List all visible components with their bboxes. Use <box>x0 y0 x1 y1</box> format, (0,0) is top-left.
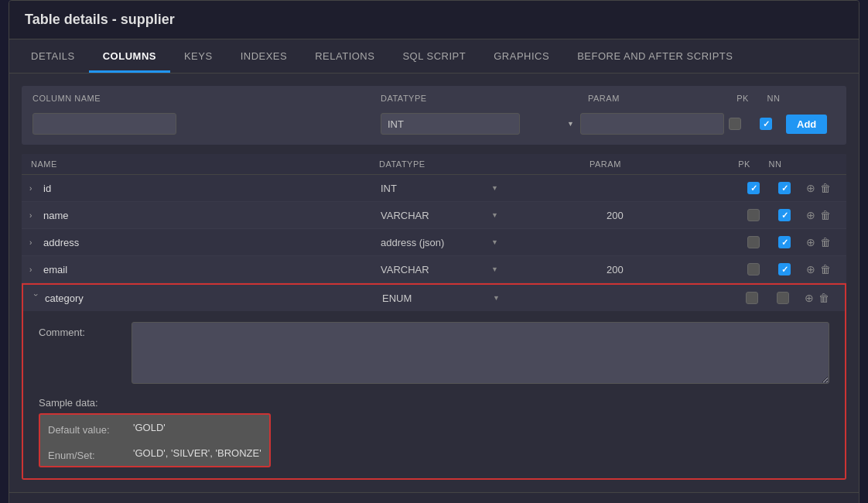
row-id-delete-icon[interactable]: 🗑 <box>820 182 831 194</box>
dialog-title: Table details - supplier <box>9 1 859 39</box>
row-category-nn-checkbox[interactable] <box>777 292 789 304</box>
row-email-pk-checkbox[interactable] <box>747 263 760 275</box>
row-email-datatype-select-wrap: VARCHAR INT <box>378 262 501 277</box>
row-address-name: address <box>43 237 79 248</box>
row-address-move-icon[interactable]: ⊕ <box>806 236 815 248</box>
enum-set-value: 'GOLD', 'SILVER', 'BRONZE' <box>133 447 261 459</box>
default-value: 'GOLD' <box>133 422 166 433</box>
row-category-name-cell: › category <box>23 285 371 311</box>
new-param-field-wrap <box>580 113 719 135</box>
row-address-delete-icon[interactable]: 🗑 <box>820 236 831 248</box>
row-name-pk-checkbox[interactable] <box>747 209 760 221</box>
sample-data-row: Sample data: <box>39 392 829 409</box>
row-email-actions: ⊕ 🗑 <box>800 256 846 282</box>
row-id-pk-checkbox[interactable] <box>747 182 760 194</box>
row-email-nn-checkbox[interactable] <box>778 263 791 275</box>
new-nn-checkbox-cell <box>750 111 781 137</box>
name-col-header: NAME <box>31 159 379 169</box>
row-email-delete-icon[interactable]: 🗑 <box>820 263 831 275</box>
row-address-datatype-cell: address (json) VARCHAR <box>370 229 599 255</box>
row-email-expand-chevron[interactable]: › <box>29 265 39 274</box>
content-area: COLUMN NAME DATATYPE PARAM PK NN INT VAR… <box>9 74 859 492</box>
enum-set-row: Enum/Set: 'GOLD', 'SILVER', 'BRONZE' <box>40 442 269 464</box>
row-email-name-cell: › email <box>22 256 370 282</box>
tab-indexes[interactable]: INDEXES <box>227 39 302 73</box>
column-name-input[interactable] <box>32 113 176 135</box>
comment-textarea[interactable] <box>132 322 829 384</box>
pk-label: PK <box>727 94 758 107</box>
row-category-nn-cell <box>767 285 798 311</box>
row-category-param <box>597 285 736 311</box>
add-button-wrap: Add <box>781 115 836 134</box>
row-address-expand-chevron[interactable]: › <box>29 238 39 247</box>
row-id-nn-cell <box>769 175 800 201</box>
row-category-datatype-select[interactable]: ENUM VARCHAR <box>379 291 503 306</box>
add-column-button[interactable]: Add <box>786 115 827 134</box>
row-name-expand-chevron[interactable]: › <box>29 211 39 220</box>
row-name-nn-cell <box>769 202 800 228</box>
table-row-expanded: › category ENUM VARCHAR <box>22 283 846 480</box>
row-name-datatype-select[interactable]: VARCHAR INT <box>378 208 501 223</box>
new-pk-checkbox-cell <box>719 111 750 137</box>
row-category-name: category <box>45 293 84 304</box>
new-column-form: COLUMN NAME DATATYPE PARAM PK NN INT VAR… <box>22 86 846 145</box>
row-category-pk-checkbox[interactable] <box>746 292 758 304</box>
tab-sql-script[interactable]: SQL SCRIPT <box>388 39 480 73</box>
row-email-param: 200 <box>599 256 738 282</box>
row-category-move-icon[interactable]: ⊕ <box>805 292 814 304</box>
new-nn-checkbox[interactable] <box>760 118 772 130</box>
row-address-datatype-select[interactable]: address (json) VARCHAR <box>378 235 501 250</box>
row-id-expand-chevron[interactable]: › <box>29 184 39 193</box>
tab-keys[interactable]: KEYS <box>170 39 227 73</box>
dialog-footer: CLOSE <box>9 492 859 503</box>
row-name-delete-icon[interactable]: 🗑 <box>820 209 831 221</box>
row-category-expand-chevron[interactable]: › <box>32 293 40 303</box>
row-id-move-icon[interactable]: ⊕ <box>806 182 815 194</box>
tab-graphics[interactable]: GRAPHICS <box>480 39 563 73</box>
row-id-name: id <box>43 183 51 194</box>
row-id-datatype-cell: INT VARCHAR <box>370 175 599 201</box>
row-id-name-cell: › id <box>22 175 370 201</box>
row-address-actions: ⊕ 🗑 <box>800 229 846 255</box>
default-value-label: Default value: <box>48 419 125 436</box>
main-dialog: Table details - supplier DETAILS COLUMNS… <box>9 0 859 503</box>
row-email-datatype-select[interactable]: VARCHAR INT <box>378 262 501 277</box>
default-value-row: Default value: 'GOLD' <box>40 416 269 439</box>
table-header-row: NAME DATATYPE PARAM PK NN <box>22 154 846 175</box>
tab-relations[interactable]: RELATIONS <box>301 39 388 73</box>
row-email-name: email <box>43 264 67 275</box>
row-address-datatype-select-wrap: address (json) VARCHAR <box>378 235 501 250</box>
row-category-pk-cell <box>736 285 767 311</box>
row-address-pk-checkbox[interactable] <box>747 236 760 248</box>
table-row: › email VARCHAR INT 200 <box>22 256 846 283</box>
pk-col-header: PK <box>729 159 760 169</box>
row-name-move-icon[interactable]: ⊕ <box>806 209 815 221</box>
table-row: › id INT VARCHAR <box>22 175 846 202</box>
row-category-datatype-cell: ENUM VARCHAR <box>371 285 597 311</box>
row-name-datatype-cell: VARCHAR INT <box>370 202 599 228</box>
new-param-input[interactable] <box>580 113 724 135</box>
new-datatype-select[interactable]: INT VARCHAR ENUM TEXT <box>381 113 520 135</box>
row-name-param: 200 <box>599 202 738 228</box>
row-id-datatype-select[interactable]: INT VARCHAR <box>378 181 501 196</box>
new-column-labels: COLUMN NAME DATATYPE PARAM PK NN <box>32 94 836 107</box>
new-column-fields: INT VARCHAR ENUM TEXT Add <box>32 111 836 137</box>
tab-details[interactable]: DETAILS <box>17 39 89 73</box>
tabs-bar: DETAILS COLUMNS KEYS INDEXES RELATIONS S… <box>9 39 859 74</box>
new-pk-checkbox[interactable] <box>729 118 741 130</box>
row-id-pk-cell <box>738 175 769 201</box>
row-name-nn-checkbox[interactable] <box>778 209 791 221</box>
row-email-move-icon[interactable]: ⊕ <box>806 263 815 275</box>
row-address-name-cell: › address <box>22 229 370 255</box>
row-email-datatype-cell: VARCHAR INT <box>370 256 599 282</box>
row-email-pk-cell <box>738 256 769 282</box>
row-address-nn-checkbox[interactable] <box>778 236 791 248</box>
row-address-pk-cell <box>738 229 769 255</box>
tab-before-after[interactable]: BEFORE AND AFTER SCRIPTS <box>563 39 747 73</box>
tab-columns[interactable]: COLUMNS <box>89 39 170 73</box>
category-detail-grid: Comment: <box>39 322 829 386</box>
actions-col-header <box>791 159 837 169</box>
category-expanded-detail: Comment: Sample data: Default value: <box>23 311 845 478</box>
row-category-delete-icon[interactable]: 🗑 <box>818 292 829 304</box>
row-id-nn-checkbox[interactable] <box>778 182 791 194</box>
